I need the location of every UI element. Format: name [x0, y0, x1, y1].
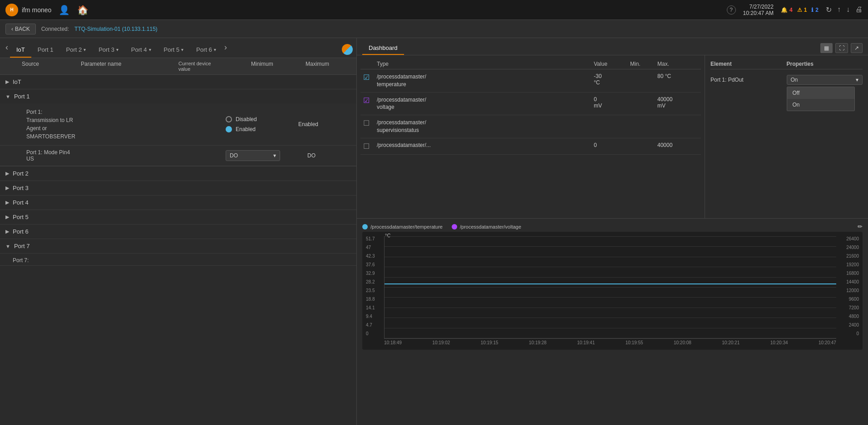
col-header-source: Source — [18, 61, 77, 72]
enabled-label: Enabled — [236, 126, 256, 132]
value-partial: 0 — [594, 142, 630, 148]
table-view-icon[interactable]: ▦ — [820, 43, 833, 53]
upload-icon[interactable]: ↑ — [837, 5, 841, 14]
y-right-label-10: 2400 — [849, 322, 859, 327]
tree-row-header-port3[interactable]: ▶ Port 3 — [0, 181, 356, 195]
grid-lines — [385, 236, 836, 338]
type-supervision: /processdatamaster/supervisionstatus — [377, 119, 594, 134]
y-right-label-8: 7200 — [849, 305, 859, 310]
y-right-label-0: 26400 — [846, 236, 859, 241]
checkbox-temperature[interactable]: ☑ — [363, 73, 377, 82]
radio-enabled-icon — [226, 126, 232, 132]
print-icon[interactable]: 🖨 — [855, 5, 863, 14]
y-axis-right: 26400 24000 21600 19200 16800 14400 1200… — [836, 236, 859, 345]
download-icon[interactable]: ↓ — [846, 5, 850, 14]
mode-current-value: DO — [298, 152, 353, 159]
tab-port6[interactable]: Port 6 ▾ — [190, 43, 222, 58]
tab-bar: ‹ IoT Port 1 Port 2 ▾ Port 3 ▾ Port 4 ▾ … — [0, 38, 356, 58]
max-temperature: 80 °C — [657, 73, 698, 79]
dropdown-option-off[interactable]: Off — [787, 87, 854, 99]
tree-row-header-iot[interactable]: ▶ IoT — [0, 75, 356, 89]
tree-row-header-port6[interactable]: ▶ Port 6 — [0, 225, 356, 239]
tab-port3[interactable]: Port 3 ▾ — [92, 43, 125, 58]
y-right-label-5: 14400 — [846, 279, 859, 284]
home-icon: 🏠 — [77, 5, 89, 15]
checkbox-supervision[interactable]: ☐ — [363, 119, 377, 127]
tree-row-header-port7[interactable]: ▼ Port 7 — [0, 239, 356, 253]
breadcrumb-bar: ‹ BACK Connected: TTQ-Simulation-01 (10.… — [0, 20, 868, 38]
tab-port4[interactable]: Port 4 ▾ — [125, 43, 158, 58]
chevron-down-icon: ▾ — [181, 47, 183, 52]
tab-port1[interactable]: Port 1 — [31, 43, 60, 58]
row-label-port7: Port 7 — [14, 243, 30, 249]
property-dropdown-port1pdout[interactable]: On ▾ — [787, 75, 863, 85]
max-partial: 40000 — [657, 142, 698, 148]
chart-area: 51.7 47 42.3 37.6 32.9 28.2 23.5 18.8 14… — [362, 232, 863, 350]
chevron-down-icon: ▾ — [149, 47, 151, 52]
row-label-iot: IoT — [13, 78, 21, 85]
data-row-voltage: ☑ /processdatamaster/voltage 0mV 40000mV — [360, 93, 701, 116]
dropdown-option-on[interactable]: On — [787, 99, 854, 111]
legend-temperature-label: /processdatamaster/temperature — [370, 224, 443, 230]
status-indicator — [342, 44, 353, 55]
port1-transmission-options: Disabled Enabled — [226, 116, 298, 132]
col-max: Max. — [657, 61, 698, 67]
row-label-port2: Port 2 — [13, 170, 29, 177]
tree-row-header-port1[interactable]: ▼ Port 1 — [0, 89, 356, 103]
checkbox-partial[interactable]: ☐ — [363, 142, 377, 151]
type-partial: /processdatamaster/... — [377, 142, 594, 148]
dropdown-value: DO — [230, 152, 238, 159]
chart-edit-icon[interactable]: ✏ — [858, 223, 863, 230]
expand-icon-port5: ▶ — [5, 214, 9, 220]
connected-label: Connected: — [41, 26, 69, 32]
row-label-port1: Port 1 — [14, 93, 30, 100]
tab-left-nav[interactable]: ‹ — [4, 39, 10, 56]
value-temperature: -30°C — [594, 73, 630, 86]
tree-row-header-port5[interactable]: ▶ Port 5 — [0, 210, 356, 224]
y-left-label-1: 47 — [366, 245, 384, 250]
type-voltage: /processdatamaster/voltage — [377, 96, 594, 112]
yellow-notification-badge[interactable]: ⚠ 1 — [797, 7, 807, 13]
transmission-enabled-option[interactable]: Enabled — [226, 126, 298, 132]
y-left-label-5: 28.2 — [366, 279, 384, 284]
tab-port2[interactable]: Port 2 ▾ — [59, 43, 92, 58]
y-axis-left: 51.7 47 42.3 37.6 32.9 28.2 23.5 18.8 14… — [366, 236, 384, 345]
tree-row-port7: ▼ Port 7 — [0, 239, 356, 254]
help-icon[interactable]: ? — [727, 5, 736, 15]
col-min: Min. — [630, 61, 657, 67]
row-label-port4: Port 4 — [13, 199, 29, 206]
bell-icon: 🔔 — [781, 7, 788, 13]
blue-notification-badge[interactable]: ℹ 2 — [811, 7, 819, 13]
tree-row-port6: ▶ Port 6 — [0, 225, 356, 239]
export-icon[interactable]: ↗ — [851, 43, 863, 53]
row-label-port3: Port 3 — [13, 185, 29, 191]
port1-transmission-label: Port 1:Transmission to LRAgent orSMARTOB… — [26, 108, 226, 141]
red-notification-badge[interactable]: 🔔 4 — [781, 7, 793, 13]
refresh-icon[interactable]: ↻ — [826, 5, 832, 14]
col-header-current: Current device value — [175, 61, 247, 72]
tree-row-port2: ▶ Port 2 — [0, 166, 356, 181]
back-button[interactable]: ‹ BACK — [5, 24, 36, 34]
col-header-expand — [0, 61, 18, 72]
data-row-supervisionstatus: ☐ /processdatamaster/supervisionstatus — [360, 115, 701, 138]
dashboard-tab-bar: Dashboard ▦ ⛶ ↗ — [357, 38, 868, 55]
transmission-disabled-option[interactable]: Disabled — [226, 116, 298, 122]
x-label-5: 10:19:55 — [626, 340, 643, 345]
y-right-label-2: 21600 — [846, 254, 859, 259]
fullscreen-icon[interactable]: ⛶ — [835, 43, 848, 53]
tab-iot[interactable]: IoT — [10, 43, 31, 58]
dropdown-selected-value: On — [791, 77, 798, 83]
col-header-param: Parameter name — [77, 61, 175, 72]
data-section: Type Value Min. Max. ☑ /processdatamaste… — [357, 55, 705, 218]
x-label-2: 10:19:15 — [481, 340, 498, 345]
tree-row-iot: ▶ IoT — [0, 75, 356, 89]
tree-row-header-port2[interactable]: ▶ Port 2 — [0, 166, 356, 181]
x-axis-labels: 10:18:49 10:19:02 10:19:15 10:19:28 10:1… — [384, 340, 836, 345]
tab-port5[interactable]: Port 5 ▾ — [158, 43, 190, 58]
dashboard-tab[interactable]: Dashboard — [362, 42, 404, 55]
port1-mode-dropdown[interactable]: DO ▾ — [226, 150, 280, 161]
tree-row-header-port4[interactable]: ▶ Port 4 — [0, 195, 356, 210]
checkbox-voltage[interactable]: ☑ — [363, 96, 377, 105]
type-temperature: /processdatamaster/temperature — [377, 73, 594, 88]
tab-right-nav[interactable]: › — [222, 39, 229, 56]
